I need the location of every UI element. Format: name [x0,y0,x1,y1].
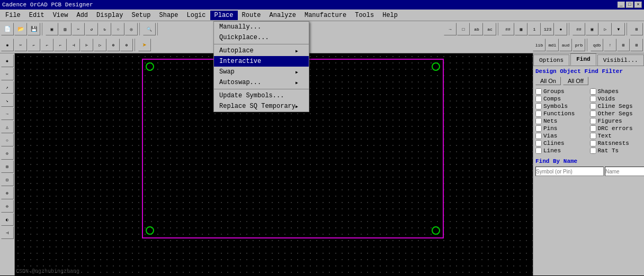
tb-btn-7[interactable]: ↺ [85,23,98,35]
lt-7[interactable]: ○ [1,134,14,146]
menu-help[interactable]: Help [378,11,402,20]
tb-right-3[interactable]: ab [470,23,483,35]
checkbox-drc-errors[interactable] [590,125,596,132]
lt-2[interactable]: ✂ [1,68,14,80]
menu-interactive[interactable]: Interactive [214,56,309,67]
checkbox-symbols[interactable] [535,103,542,109]
tb-right-13[interactable]: ▼ [612,23,625,35]
tb-btn-8[interactable]: ↻ [99,23,111,35]
tb-btn-6[interactable]: ✂ [72,23,85,35]
lt-6[interactable]: △ [1,121,14,133]
menu-update-symbols[interactable]: Update Symbols... [214,90,309,101]
tab-options[interactable]: Options [533,54,569,66]
menu-manually[interactable]: Manually... [214,22,309,32]
all-off-button[interactable]: All Off [563,77,588,85]
lt-4[interactable]: ↘ [1,94,14,107]
lt-9[interactable]: ⊞ [1,160,14,173]
tb2-r6[interactable]: ↑ [604,39,616,51]
tb-right-6[interactable]: ▦ [515,23,527,35]
name-input[interactable] [605,167,644,176]
checkbox-groups[interactable] [535,88,542,95]
lt-14[interactable]: ⊣ [1,226,14,239]
new-button[interactable]: 📄 [1,23,14,35]
tb2-r3[interactable]: aud [559,39,572,51]
tb-right-8[interactable]: 123 [541,23,554,35]
menu-quickplace[interactable]: Quickplace... [214,32,309,43]
checkbox-figures[interactable] [590,118,596,124]
tb-right-7[interactable]: 1 [528,23,541,35]
checkbox-clines[interactable] [535,140,542,146]
menu-logic[interactable]: Logic [183,11,210,20]
menu-autoswap[interactable]: Autoswap... ▶ [214,77,309,88]
checkbox-nets[interactable] [535,118,542,124]
tab-find[interactable]: Find [570,53,596,66]
tb2-r2[interactable]: mdl [546,39,559,51]
tb-right-4[interactable]: ac [484,23,496,35]
tb2-8[interactable]: ▷ [94,39,106,51]
menu-analyze[interactable]: Analyze [265,11,300,20]
tb2-3[interactable]: ⌐ [28,39,40,51]
save-button[interactable]: 💾 [28,23,40,35]
tb2-arrow[interactable]: ➤ [138,39,151,51]
lt-3[interactable]: ↗ [1,81,14,94]
menu-place[interactable]: Place [210,11,238,20]
tb-btn-9[interactable]: ○ [112,23,124,35]
checkbox-vias[interactable] [535,133,542,139]
tb-right-10[interactable]: ## [573,23,585,35]
menu-tools[interactable]: Tools [351,11,378,20]
tb-right-12[interactable]: ▷ [599,23,612,35]
lt-12[interactable]: ⊖ [1,200,14,213]
menu-edit[interactable]: Edit [25,11,49,20]
tb2-r7[interactable]: ⊞ [617,39,630,51]
menu-swap[interactable]: Swap ▶ [214,67,309,77]
tb2-7[interactable]: ⊢ [80,39,93,51]
menu-route[interactable]: Route [238,11,265,20]
checkbox-shapes[interactable] [590,88,596,95]
lt-10[interactable]: ⊡ [1,173,14,186]
lt-5[interactable]: → [1,107,14,120]
maximize-button[interactable]: □ [626,2,633,8]
menu-shape[interactable]: Shape [155,11,182,20]
tb2-4[interactable]: ⌐ [41,39,53,51]
checkbox-pins[interactable] [535,125,542,132]
tb-btn-10[interactable]: ◎ [125,23,138,35]
tb-right-5[interactable]: ## [502,23,514,35]
menu-add[interactable]: Add [72,11,92,20]
tb2-r5[interactable]: qdb [591,39,603,51]
tb2-2[interactable]: ✂ [14,39,27,51]
checkbox-comps[interactable] [535,96,542,102]
lt-13[interactable]: ◐ [1,213,14,226]
tb-btn-4[interactable]: ▣ [46,23,58,35]
tb2-9[interactable]: ⊕ [107,39,120,51]
tb2-r8[interactable]: ⊞ [630,39,643,51]
symbol-input[interactable] [535,167,604,176]
tb2-10[interactable]: ⊕ [120,39,133,51]
tb2-r4[interactable]: prb [573,39,585,51]
menu-manufacture[interactable]: Manufacture [300,11,351,20]
lt-11[interactable]: ⊗ [1,187,14,199]
checkbox-other-segs[interactable] [590,111,596,117]
checkbox-voids[interactable] [590,96,596,102]
tb-right-11[interactable]: ▣ [586,23,598,35]
lt-1[interactable]: ✱ [1,54,14,67]
tb2-6[interactable]: ⊣ [67,39,80,51]
tb2-5[interactable]: ⌐ [54,39,67,51]
menu-view[interactable]: View [49,11,73,20]
menu-autoplace[interactable]: Autoplace ▶ [214,45,309,56]
checkbox-cline-segs[interactable] [590,103,596,109]
all-on-button[interactable]: All On [535,77,561,85]
checkbox-lines[interactable] [535,148,542,154]
tab-visibility[interactable]: Visibil... [597,54,644,66]
menu-display[interactable]: Display [92,11,127,20]
tb-right-2[interactable]: □ [457,23,470,35]
tb-btn-5[interactable]: ▤ [59,23,71,35]
checkbox-ratsnests[interactable] [590,140,596,146]
menu-replace-sq[interactable]: Replace SQ Temporary ▶ [214,101,309,112]
tb2-1[interactable]: ✱ [1,39,14,51]
tb-right-14[interactable]: ⊞ [630,23,643,35]
checkbox-rat-ts[interactable] [590,148,596,154]
minimize-button[interactable]: _ [618,2,625,8]
close-button[interactable]: × [634,2,642,8]
menu-setup[interactable]: Setup [127,11,155,20]
tb2-r1[interactable]: lib [533,39,545,51]
